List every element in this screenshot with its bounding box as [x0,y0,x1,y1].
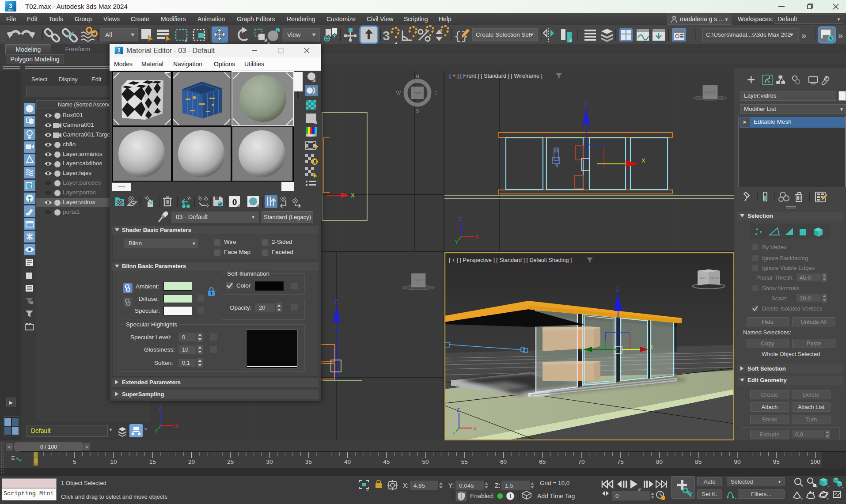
svg-text:0: 0 [34,459,38,465]
svg-text:Enabled:: Enabled: [470,493,494,500]
svg-text:Z: Z [459,216,462,222]
svg-text:75: 75 [617,459,624,465]
svg-text:40: 40 [344,459,351,465]
svg-text:Z: Z [334,299,338,305]
svg-text:All: All [105,31,112,38]
svg-text:25: 25 [227,459,234,465]
svg-text:MAX: MAX [8,9,13,11]
svg-text:X: X [649,344,653,350]
svg-text:Z: Z [584,101,587,107]
svg-text:50: 50 [422,459,429,465]
svg-text:0,045: 0,045 [459,482,474,489]
svg-text:>: > [85,444,88,450]
svg-text:Z: Z [616,287,619,293]
svg-text:4,85: 4,85 [414,482,425,489]
svg-text:TOP: TOP [414,91,421,95]
svg-text:Z: Z [457,407,460,413]
svg-text:S: S [416,108,419,114]
svg-text:<: < [8,444,11,450]
svg-text:5: 5 [73,459,76,465]
svg-text:{: { [454,30,461,43]
svg-text:C:\Users\madal...s\3ds Max 202: C:\Users\madal...s\3ds Max 202• [706,31,793,38]
svg-text:3: 3 [118,47,120,53]
svg-text:1,5: 1,5 [505,482,513,489]
svg-text:X: X [175,423,178,428]
svg-text:45: 45 [383,459,390,465]
svg-text:1: 1 [509,493,512,500]
svg-text:100: 100 [810,459,820,465]
svg-text:MAX: MAX [117,52,121,54]
svg-text:55: 55 [461,459,468,465]
svg-text:3: 3 [383,28,390,43]
svg-text:Z: Z [159,405,162,411]
svg-text:Y: Y [452,431,456,436]
svg-text:Y: Y [579,347,583,353]
svg-text:10: 10 [110,459,117,465]
svg-text:0: 0 [232,197,237,207]
svg-text:N: N [416,74,419,79]
svg-text:Z:: Z: [495,482,500,489]
svg-text:15: 15 [149,459,156,465]
svg-text:X: X [641,157,645,164]
svg-text:0: 0 [615,493,619,499]
svg-text:[ + ] [ Front ] [ Standard ] [: [ + ] [ Front ] [ Standard ] [ Wireframe… [449,73,543,79]
svg-text:View: View [287,31,301,38]
svg-text:35: 35 [305,459,312,465]
svg-text:Create Selection Set: Create Selection Set [476,31,531,38]
svg-text:65: 65 [539,459,546,465]
svg-text:Add Time Tag: Add Time Tag [537,493,575,500]
svg-text:20: 20 [188,459,195,465]
svg-text:70: 70 [578,459,584,465]
svg-text:E: E [434,90,437,95]
svg-text:Y: Y [455,239,459,245]
svg-text:85: 85 [695,459,702,465]
svg-text:LEFT: LEFT [700,277,706,279]
svg-text:0 / 100: 0 / 100 [40,444,57,450]
svg-text:90: 90 [734,459,740,465]
svg-text:30: 30 [266,459,273,465]
svg-text:[ + ] [ Perspective ] [ Standa: [ + ] [ Perspective ] [ Standard ] [ Def… [449,257,572,263]
svg-text:X:: X: [403,482,409,489]
svg-text:Y: Y [155,428,158,434]
svg-text:Y:: Y: [448,482,454,489]
svg-text:95: 95 [773,459,780,465]
svg-text:FRONT: FRONT [710,277,719,280]
svg-text:3: 3 [9,2,12,9]
svg-text:FRONT: FRONT [704,91,716,95]
svg-text:»: » [838,30,843,40]
svg-text:X: X [475,234,479,239]
svg-text:X: X [473,426,477,431]
svg-text:»: » [801,30,806,40]
svg-text:80: 80 [656,459,663,465]
svg-text:LEFT: LEFT [414,278,423,282]
svg-text:X: X [351,192,355,199]
svg-text:60: 60 [500,459,507,465]
svg-text:W: W [396,90,401,95]
